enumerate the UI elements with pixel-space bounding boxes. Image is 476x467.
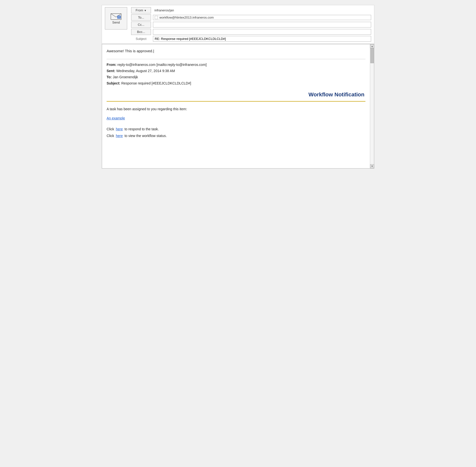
click-text-2: Click — [107, 134, 114, 138]
send-button[interactable]: Send — [105, 7, 127, 29]
cc-button[interactable]: Cc... — [131, 22, 151, 28]
click-text-1b: to respond to the task. — [124, 127, 159, 131]
email-compose-window: Send From ▼ infraneros/jan To... — [102, 5, 374, 169]
original-to-value: Jan Groenendijk — [113, 75, 138, 79]
email-body-area: Awesome! This is approved.| From: reply-… — [102, 44, 374, 168]
example-link[interactable]: An example — [107, 116, 125, 120]
bcc-button[interactable]: Bcc... — [131, 29, 151, 35]
from-button[interactable]: From ▼ — [131, 7, 151, 13]
from-row: From ▼ infraneros/jan — [131, 7, 371, 13]
to-button[interactable]: To... — [131, 14, 151, 21]
click-text-2b: to view the workflow status. — [124, 134, 167, 138]
original-to-label: To: — [107, 75, 112, 79]
cc-input[interactable] — [153, 22, 371, 27]
send-icon — [110, 13, 122, 21]
scrollbar[interactable]: ▲ ▼ — [370, 44, 374, 168]
email-fields: From ▼ infraneros/jan To... workflow@Nin… — [131, 7, 371, 42]
here-link-1[interactable]: here — [116, 127, 123, 131]
bcc-row: Bcc... — [131, 29, 371, 35]
to-checkbox[interactable] — [155, 16, 158, 19]
original-from-label: From: — [107, 63, 117, 67]
separator-line — [107, 59, 365, 59]
original-from-line: From: reply-to@infraneros.com [mailto:re… — [107, 62, 365, 68]
scroll-up-button[interactable]: ▲ — [370, 44, 374, 48]
original-from-value: reply-to@infraneros.com [mailto:reply-to… — [118, 63, 207, 67]
original-subject-value: Response required [#EEEJCLDKCLDLCLD#] — [121, 81, 191, 85]
bcc-input[interactable] — [153, 29, 371, 35]
subject-label: Subject — [131, 36, 151, 42]
to-field[interactable]: workflow@Nintex2013.infraneros.com — [153, 15, 371, 20]
original-sent-label: Sent: — [107, 69, 115, 73]
email-body[interactable]: Awesome! This is approved.| From: reply-… — [102, 44, 370, 168]
to-email-value: workflow@Nintex2013.infraneros.com — [159, 16, 214, 19]
click-instructions: Click here to respond to the task. Click… — [107, 126, 365, 139]
original-subject-label: Subject: — [107, 81, 120, 85]
email-header: Send From ▼ infraneros/jan To... — [102, 5, 374, 44]
cc-row: Cc... — [131, 22, 371, 28]
original-sent-line: Sent: Wednesday, August 27, 2014 9:38 AM — [107, 68, 365, 74]
subject-row: Subject — [131, 36, 371, 42]
svg-rect-3 — [117, 16, 121, 19]
to-row: To... workflow@Nintex2013.infraneros.com — [131, 14, 371, 21]
gold-divider — [107, 101, 365, 102]
original-subject-line: Subject: Response required [#EEEJCLDKCLD… — [107, 80, 365, 86]
original-sent-value: Wednesday, August 27, 2014 9:38 AM — [116, 69, 175, 73]
here-link-2[interactable]: here — [116, 134, 123, 138]
scroll-thumb[interactable] — [370, 48, 374, 63]
reply-text[interactable]: Awesome! This is approved.| — [107, 48, 365, 54]
original-header: From: reply-to@infraneros.com [mailto:re… — [107, 62, 365, 87]
svg-line-1 — [111, 14, 116, 17]
scroll-track[interactable] — [370, 48, 374, 164]
scroll-down-button[interactable]: ▼ — [370, 164, 374, 168]
original-to-line: To: Jan Groenendijk — [107, 74, 365, 80]
send-label: Send — [112, 21, 120, 24]
click-line-2: Click here to view the workflow status. — [107, 133, 365, 139]
workflow-title: Workflow Notification — [107, 90, 365, 99]
click-text-1: Click — [107, 127, 114, 131]
click-line-1: Click here to respond to the task. — [107, 126, 365, 133]
subject-input[interactable] — [153, 36, 371, 42]
from-value: infraneros/jan — [153, 8, 371, 13]
task-text: A task has been assigned to you regardin… — [107, 107, 365, 112]
